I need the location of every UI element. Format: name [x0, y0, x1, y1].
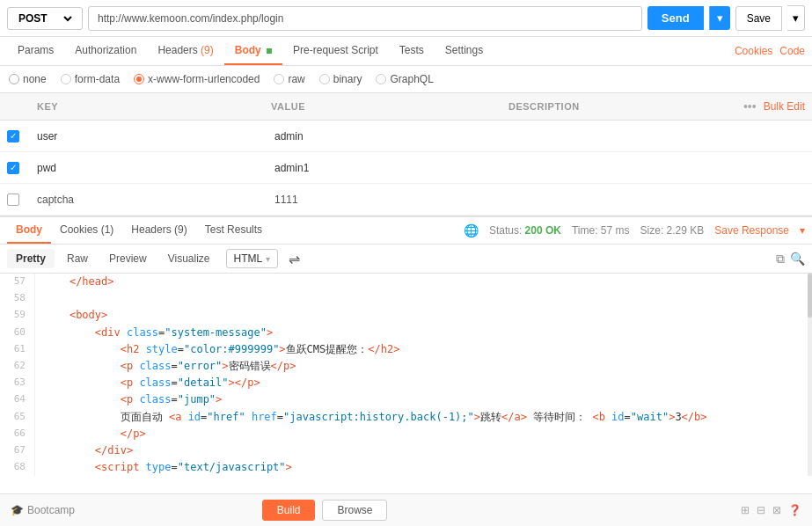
resp-tab-cookies[interactable]: Cookies (1) [51, 217, 122, 244]
code-line: 59 <body> [0, 307, 812, 324]
nav-right: Cookies Code [735, 45, 805, 57]
resp-tab-test-results[interactable]: Test Results [196, 217, 271, 244]
time-label: Time: 57 ms [572, 224, 630, 237]
save-response-arrow[interactable]: ▾ [800, 224, 805, 237]
checkbox-2[interactable]: ✓ [7, 162, 19, 174]
format-selector[interactable]: HTML ▾ [226, 249, 279, 268]
share-icon[interactable]: ⊠ [772, 504, 781, 516]
bottom-right: ⊞ ⊟ ⊠ ❓ [741, 504, 801, 516]
code-line: 65 页面自动 <a id="href" href="javascript:hi… [0, 409, 812, 426]
copy-icon[interactable]: ⧉ [776, 252, 785, 267]
code-tab-preview[interactable]: Preview [100, 249, 156, 268]
code-content: 57 </head> 58 59 <body> 60 <div class="s… [0, 274, 812, 476]
body-type-binary[interactable]: binary [319, 73, 362, 85]
code-tab-visualize[interactable]: Visualize [159, 249, 219, 268]
code-line: 61 <h2 style="color:#999999">鱼跃CMS提醒您：</… [0, 341, 812, 358]
code-line: 62 <p class="error">密码错误</p> [0, 358, 812, 375]
globe-icon: 🌐 [464, 223, 479, 237]
value-text-1: admin [274, 130, 304, 142]
row-3-key [33, 192, 271, 208]
code-line: 58 [0, 290, 812, 307]
headers-badge: (9) [201, 44, 214, 56]
cookies-link[interactable]: Cookies [735, 45, 772, 57]
status-value: 200 OK [525, 224, 561, 237]
body-type-graphql[interactable]: GraphQL [376, 73, 433, 85]
url-input[interactable] [88, 6, 642, 31]
format-arrow: ▾ [266, 254, 270, 264]
value-text-2: admin1 [274, 162, 309, 174]
build-button[interactable]: Build [262, 500, 316, 521]
code-line: 64 <p class="jump"> [0, 391, 812, 408]
tab-settings[interactable]: Settings [435, 37, 494, 65]
scrollbar-thumb[interactable] [808, 274, 812, 318]
scrollbar-track [808, 274, 812, 476]
code-line: 63 <p class="detail"></p> [0, 375, 812, 391]
table-header: KEY VALUE DESCRIPTION ••• Bulk Edit [0, 93, 812, 121]
radio-urlencoded [134, 74, 144, 84]
body-dot [267, 48, 272, 54]
more-icon[interactable]: ••• [743, 99, 757, 113]
body-type-urlencoded[interactable]: x-www-form-urlencoded [134, 73, 260, 85]
grid-icon[interactable]: ⊞ [741, 504, 750, 516]
bootcamp-item[interactable]: 🎓 Bootcamp [11, 504, 75, 516]
send-dropdown-button[interactable]: ▾ [709, 6, 730, 30]
row-2-check[interactable]: ✓ [7, 162, 33, 174]
key-input-3[interactable] [37, 192, 267, 208]
bulk-edit-button[interactable]: Bulk Edit [764, 100, 805, 113]
table-row: ✓ pwd admin1 [0, 152, 812, 184]
nav-tabs: Params Authorization Headers (9) Body Pr… [0, 37, 812, 66]
body-type-raw[interactable]: raw [274, 73, 304, 85]
tab-tests[interactable]: Tests [389, 37, 435, 65]
top-bar: POST GET PUT DELETE Send ▾ Save ▾ [0, 0, 812, 37]
checkbox-3[interactable] [7, 194, 19, 206]
code-line: 68 <script type="text/javascript"> [0, 459, 812, 476]
send-button[interactable]: Send [647, 6, 704, 30]
method-selector[interactable]: POST GET PUT DELETE [7, 7, 83, 30]
browse-button[interactable]: Browse [322, 500, 387, 521]
row-1-value: admin [271, 130, 508, 142]
table-row [0, 184, 812, 216]
method-dropdown[interactable]: POST GET PUT DELETE [15, 11, 75, 26]
table-row: ✓ user admin [0, 121, 812, 152]
body-type-form-data[interactable]: form-data [61, 73, 120, 85]
code-link[interactable]: Code [779, 45, 805, 57]
key-text-1: user [37, 130, 57, 142]
tab-authorization[interactable]: Authorization [64, 37, 147, 65]
save-response-button[interactable]: Save Response [714, 224, 789, 237]
body-type-none[interactable]: none [9, 73, 47, 85]
tab-body[interactable]: Body [224, 37, 282, 65]
th-key: KEY [33, 97, 271, 116]
key-text-2: pwd [37, 162, 56, 174]
code-tab-pretty[interactable]: Pretty [7, 249, 55, 268]
split-icon[interactable]: ⊟ [757, 504, 765, 516]
code-line: 66 </p> [0, 426, 812, 442]
body-type-bar: none form-data x-www-form-urlencoded raw… [0, 66, 812, 93]
bootcamp-label: Bootcamp [27, 504, 75, 516]
search-icon[interactable]: 🔍 [790, 252, 805, 267]
code-line: 67 </div> [0, 442, 812, 459]
code-line: 60 <div class="system-message"> [0, 325, 812, 341]
tab-params[interactable]: Params [7, 37, 64, 65]
value-input-3[interactable] [274, 192, 505, 208]
radio-form-data [61, 74, 71, 84]
resp-tab-headers[interactable]: Headers (9) [122, 217, 195, 244]
save-dropdown-button[interactable]: ▾ [787, 5, 805, 31]
response-tabs: Body Cookies (1) Headers (9) Test Result… [0, 216, 812, 245]
row-3-value [271, 192, 508, 208]
row-3-check[interactable] [7, 194, 33, 206]
wrap-icon[interactable]: ⇌ [289, 251, 300, 267]
code-tab-raw[interactable]: Raw [58, 249, 97, 268]
code-line: 57 </head> [0, 274, 812, 290]
checkbox-1[interactable]: ✓ [7, 130, 19, 142]
resp-tab-body[interactable]: Body [7, 217, 51, 244]
help-icon[interactable]: ❓ [788, 504, 801, 516]
bootcamp-icon: 🎓 [11, 504, 24, 516]
row-1-key: user [33, 130, 271, 142]
radio-none [9, 74, 19, 84]
row-1-check[interactable]: ✓ [7, 130, 33, 142]
size-label: Size: 2.29 KB [640, 224, 705, 237]
table-actions: ••• Bulk Edit [743, 99, 805, 113]
save-button[interactable]: Save [735, 6, 782, 31]
tab-headers[interactable]: Headers (9) [147, 37, 223, 65]
tab-prerequest[interactable]: Pre-request Script [282, 37, 389, 65]
